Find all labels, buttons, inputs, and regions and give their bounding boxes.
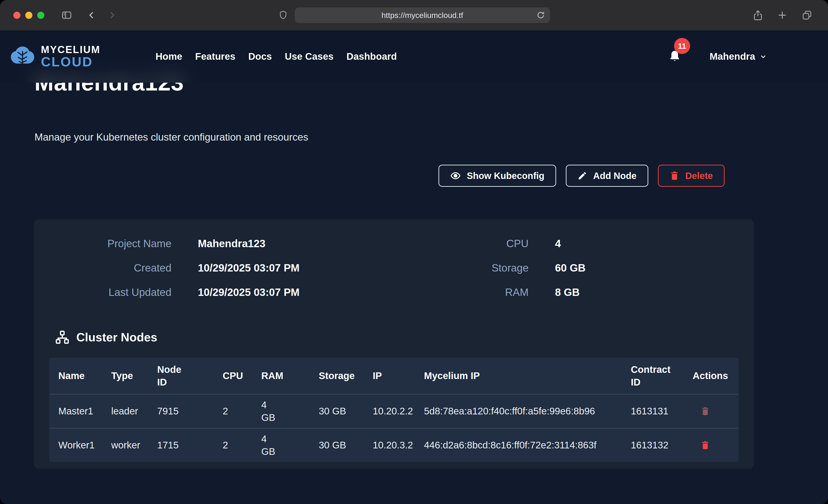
- header-storage: Storage: [309, 369, 364, 382]
- cluster-nodes-heading: Cluster Nodes: [55, 330, 754, 344]
- cell-ram: 4 GB: [261, 398, 277, 424]
- privacy-shield-icon[interactable]: [278, 10, 288, 21]
- header-ip: IP: [364, 369, 415, 382]
- app-navbar: MYCELIUM CLOUD Home Features Docs Use Ca…: [0, 30, 828, 83]
- cell-mycelium-ip: 446:d2a6:8bcd:8c16:ff0f:72e2:3114:863f: [424, 439, 606, 451]
- logo[interactable]: MYCELIUM CLOUD: [9, 45, 100, 69]
- show-kubeconfig-label: Show Kubeconfig: [467, 171, 544, 181]
- url-text: https://myceliumcloud.tf: [381, 11, 463, 20]
- cell-name: Master1: [49, 405, 102, 417]
- detail-label: Project Name: [34, 237, 171, 250]
- page-subtitle: Manage your Kubernetes cluster configura…: [35, 131, 308, 143]
- nav-link-home[interactable]: Home: [156, 51, 182, 62]
- nav-link-features[interactable]: Features: [195, 51, 235, 62]
- header-cpu: CPU: [213, 369, 252, 382]
- header-actions: Actions: [684, 369, 739, 382]
- close-window-button[interactable]: [13, 12, 20, 19]
- header-contract-id: Contract ID: [631, 363, 674, 389]
- sidebar-toggle-icon[interactable]: [60, 10, 73, 21]
- delete-cluster-button[interactable]: Delete: [658, 165, 724, 187]
- cell-type: worker: [102, 439, 148, 451]
- user-menu[interactable]: Mahendra: [710, 51, 767, 62]
- logo-line2: CLOUD: [41, 55, 100, 69]
- details-right: CPU 4 Storage 60 GB RAM 8 GB: [394, 237, 754, 298]
- back-icon[interactable]: [86, 10, 97, 20]
- cell-name: Worker1: [49, 439, 102, 451]
- notification-badge: 11: [674, 38, 690, 54]
- details-left: Project Name Mahendra123 Created 10/29/2…: [34, 237, 394, 298]
- address-bar-group: https://myceliumcloud.tf: [278, 7, 550, 23]
- cell-cpu: 2: [213, 439, 252, 451]
- cell-ip: 10.20.2.2: [364, 405, 415, 417]
- cell-contract-id: 1613131: [622, 405, 684, 417]
- cluster-details: Project Name Mahendra123 Created 10/29/2…: [34, 237, 754, 298]
- header-type: Type: [102, 369, 148, 382]
- nav-link-docs[interactable]: Docs: [248, 51, 272, 62]
- delete-node-button[interactable]: [701, 406, 710, 416]
- browser-chrome: https://myceliumcloud.tf: [0, 0, 828, 30]
- browser-window: https://myceliumcloud.tf Mahendra123 Man…: [0, 0, 828, 504]
- header-ram: RAM: [252, 369, 309, 382]
- table-row: Worker1 worker 1715 2 4 GB 30 GB 10.20.3…: [49, 428, 739, 462]
- logo-cloud-icon: [9, 45, 36, 69]
- add-node-button[interactable]: Add Node: [566, 165, 648, 187]
- detail-value: Mahendra123: [198, 237, 265, 250]
- chevron-down-icon: [759, 53, 767, 60]
- user-name: Mahendra: [710, 51, 755, 62]
- reload-icon[interactable]: [536, 10, 545, 20]
- header-mycelium-ip: Mycelium IP: [415, 369, 622, 382]
- logo-text: MYCELIUM CLOUD: [41, 45, 100, 69]
- notifications-button[interactable]: 11: [668, 50, 681, 63]
- cell-cpu: 2: [213, 405, 252, 417]
- nav-link-dashboard[interactable]: Dashboard: [346, 51, 397, 62]
- pencil-icon: [578, 171, 587, 180]
- nodes-table: Name Type Node ID CPU RAM Storage IP Myc…: [49, 358, 739, 462]
- detail-label: Storage: [394, 262, 529, 274]
- cell-contract-id: 1613132: [622, 439, 684, 451]
- table-row: Master1 leader 7915 2 4 GB 30 GB 10.20.2…: [49, 394, 739, 428]
- cell-node-id: 7915: [148, 405, 213, 417]
- detail-label: Last Updated: [34, 286, 171, 298]
- minimize-window-button[interactable]: [25, 12, 32, 19]
- cluster-nodes-title: Cluster Nodes: [76, 330, 157, 344]
- tab-overview-icon[interactable]: [801, 10, 813, 20]
- show-kubeconfig-button[interactable]: Show Kubeconfig: [439, 165, 556, 187]
- nav-link-use-cases[interactable]: Use Cases: [285, 51, 333, 62]
- detail-label: Created: [34, 262, 171, 274]
- cell-mycelium-ip: 5d8:78ea:a120:f40c:ff0f:a5fe:99e6:8b96: [424, 405, 606, 417]
- cell-ram: 4 GB: [261, 432, 277, 458]
- delete-node-button[interactable]: [701, 440, 710, 450]
- table-header-row: Name Type Node ID CPU RAM Storage IP Myc…: [49, 358, 739, 394]
- detail-value: 10/29/2025 03:07 PM: [198, 286, 299, 298]
- cell-storage: 30 GB: [309, 439, 364, 451]
- header-node-id: Node ID: [157, 363, 185, 389]
- chrome-right-icons: [753, 9, 828, 21]
- page-content: Mahendra123 Manage your Kubernetes clust…: [0, 30, 828, 504]
- detail-label: CPU: [394, 237, 529, 250]
- new-tab-icon[interactable]: [777, 10, 788, 20]
- cluster-card: Project Name Mahendra123 Created 10/29/2…: [34, 219, 754, 469]
- add-node-label: Add Node: [593, 171, 636, 181]
- url-bar[interactable]: https://myceliumcloud.tf: [295, 7, 550, 23]
- nav-links: Home Features Docs Use Cases Dashboard: [156, 51, 397, 62]
- network-icon: [55, 330, 70, 344]
- detail-value: 8 GB: [555, 286, 580, 298]
- cell-storage: 30 GB: [309, 405, 364, 417]
- delete-label: Delete: [685, 171, 713, 181]
- detail-label: RAM: [394, 286, 529, 298]
- detail-value: 4: [555, 237, 561, 250]
- logo-line1: MYCELIUM: [41, 45, 100, 55]
- detail-value: 60 GB: [555, 262, 586, 274]
- header-name: Name: [49, 369, 102, 382]
- cell-ip: 10.20.3.2: [364, 439, 415, 451]
- trash-icon: [670, 170, 679, 181]
- cell-type: leader: [102, 405, 148, 417]
- zoom-window-button[interactable]: [37, 12, 44, 19]
- cell-node-id: 1715: [148, 439, 213, 451]
- eye-icon: [450, 170, 461, 181]
- detail-value: 10/29/2025 03:07 PM: [198, 262, 299, 274]
- forward-icon[interactable]: [107, 10, 117, 20]
- share-icon[interactable]: [753, 9, 763, 21]
- cluster-actions: Show Kubeconfig Add Node Delete: [439, 165, 724, 187]
